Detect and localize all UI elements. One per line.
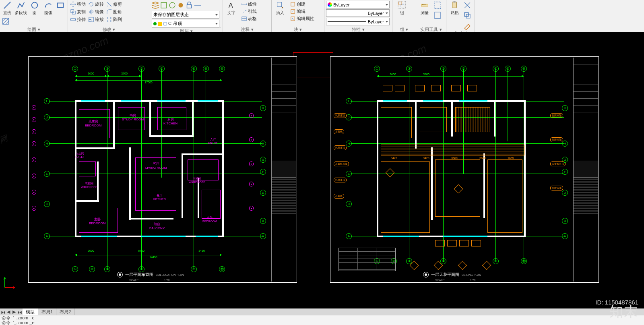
prop-ltype-dropdown[interactable]: ByLayer (326, 18, 390, 25)
tool-move[interactable]: 移动 (70, 1, 86, 8)
tool-block-edit[interactable]: 编辑 (289, 8, 315, 15)
tab-prev-icon[interactable]: ◀ (6, 309, 11, 315)
tool-circle[interactable]: 圆 (29, 1, 40, 16)
tool-rect-icon[interactable] (56, 1, 64, 10)
title-block-left (271, 58, 296, 282)
tool-copy[interactable]: 复制 (70, 8, 86, 15)
wall (451, 100, 453, 137)
grid-bubble: E (44, 171, 50, 177)
layer-freeze-icon[interactable] (169, 1, 176, 10)
tool-dim-linear[interactable]: 线性 (241, 1, 257, 8)
tab-last-icon[interactable]: ⏭ (17, 310, 23, 315)
layer-props-icon[interactable] (152, 1, 159, 10)
grid-bubble: C (346, 201, 352, 207)
tag: ▸ (32, 206, 36, 211)
tool-hatch-icon[interactable] (2, 17, 10, 26)
svg-rect-12 (161, 2, 167, 8)
command-line[interactable]: 命令: '_.zoom _e 命令: '_.zoom _e (0, 315, 644, 325)
select-icon[interactable] (434, 1, 441, 10)
grid-line (508, 69, 508, 141)
svg-text:A: A (292, 17, 294, 20)
grid-bubble: J (44, 114, 50, 120)
wall (524, 100, 526, 237)
tool-group[interactable]: 组 (394, 1, 410, 16)
window (121, 100, 141, 101)
panel-layer: 未保存的图层状态 ▢C-吊顶 图层 ▾ (150, 0, 223, 33)
ceiling-tag-box (395, 85, 405, 91)
tool-leader[interactable]: 引线 (241, 8, 257, 15)
tool-block-attr[interactable]: A编辑属性 (289, 15, 315, 22)
ceiling-tag-box (447, 240, 457, 246)
svg-rect-5 (71, 19, 75, 21)
grid-bubble: ⑤ (440, 258, 446, 264)
furniture (79, 161, 96, 176)
tool-text[interactable]: A文字 (225, 1, 238, 16)
ceiling-tag-box (451, 85, 461, 91)
wall (113, 100, 115, 149)
tag: 乳胶漆顶 (334, 145, 347, 150)
drawing-title: 一层平面布置图 COLLOCATION PLAN (117, 272, 184, 277)
tool-trim[interactable]: 修剪 (106, 1, 122, 8)
tool-insert[interactable]: 插入 (273, 1, 287, 16)
tool-measure[interactable]: 测量 (418, 1, 431, 16)
tag: 石膏线 (334, 129, 344, 134)
tag: 石膏板吊顶 (550, 161, 566, 166)
window (383, 236, 419, 237)
svg-rect-15 (187, 5, 192, 8)
tag: ▸ (32, 190, 36, 195)
tool-rotate[interactable]: 旋转 (88, 1, 104, 8)
tool-arc[interactable]: 圆弧 (43, 1, 54, 16)
sheet-floor-plan: ① ③ ⑤ ⑥ ⑧ ⑨ ⑩ ① ② ③ ⑤ ⑦ ⑪ L J H E C A K … (28, 56, 297, 283)
wall (182, 153, 222, 155)
panel-clip: 粘贴 剪贴板 (446, 0, 475, 33)
cut-icon[interactable] (464, 1, 471, 10)
panel-group: 组 组 ▾ (392, 0, 416, 33)
tool-line[interactable]: 直线 (2, 1, 13, 16)
tab-layout1[interactable]: 布局1 (38, 308, 56, 315)
layer-iso-icon[interactable] (160, 1, 167, 10)
tool-table[interactable]: 表格 (241, 15, 257, 22)
quickcalc-icon[interactable] (434, 11, 441, 20)
tab-first-icon[interactable]: ⏮ (0, 310, 6, 315)
drawing-scale: SCALE: 1/70 (435, 279, 475, 282)
wall (75, 200, 99, 202)
copy-icon[interactable] (464, 11, 471, 20)
tag: 乳胶漆顶 (550, 186, 563, 190)
room-label: 主卧BEDROOM (89, 217, 105, 225)
wall (483, 153, 485, 218)
tool-fillet[interactable]: 圆角 (106, 8, 122, 15)
svg-rect-18 (277, 2, 282, 7)
tool-scale[interactable]: 缩放 (88, 16, 104, 23)
tab-layout2[interactable]: 布局2 (56, 308, 74, 315)
tool-paste[interactable]: 粘贴 (448, 1, 462, 16)
prop-color-dropdown[interactable]: ByLayer (326, 1, 390, 8)
grid-bubble: F (562, 169, 568, 175)
tool-stretch[interactable]: 拉伸 (70, 16, 86, 23)
grid-line (107, 69, 107, 270)
tool-polyline[interactable]: 多段线 (15, 1, 27, 16)
title-block-right (573, 58, 598, 282)
tool-mirror[interactable]: 镜像 (88, 8, 104, 15)
grid-bubble: B (562, 218, 568, 224)
svg-point-11 (110, 21, 111, 22)
matchprop-icon[interactable] (464, 21, 471, 30)
prop-lweight-dropdown[interactable]: ByLayer (326, 9, 390, 17)
layer-current-dropdown[interactable]: ▢C-吊顶 (152, 20, 219, 27)
grid-bubble: E (346, 171, 352, 177)
tool-block-create[interactable]: 创建 (289, 1, 315, 8)
command-history-2: 命令: '_.zoom _e (0, 320, 644, 325)
tab-model[interactable]: 模型 (23, 308, 38, 315)
tab-next-icon[interactable]: ▶ (11, 309, 17, 315)
layer-lock-icon[interactable] (186, 1, 193, 10)
layer-off-icon[interactable] (177, 1, 184, 10)
svg-text:A: A (229, 2, 233, 9)
tool-array[interactable]: 阵列 (106, 16, 122, 23)
drawing-canvas[interactable]: www.znzmo.com www.znzmo.com www.znzmo.co… (0, 32, 644, 306)
grid-bubble: B (260, 218, 266, 224)
layer-state-dropdown[interactable]: 未保存的图层状态 (152, 11, 219, 19)
grid-bubble: ⑧ (191, 66, 197, 72)
window (196, 236, 218, 237)
grid-bubble: ⑥ (159, 66, 165, 72)
layer-match-icon[interactable] (194, 1, 201, 10)
wall (431, 147, 433, 220)
